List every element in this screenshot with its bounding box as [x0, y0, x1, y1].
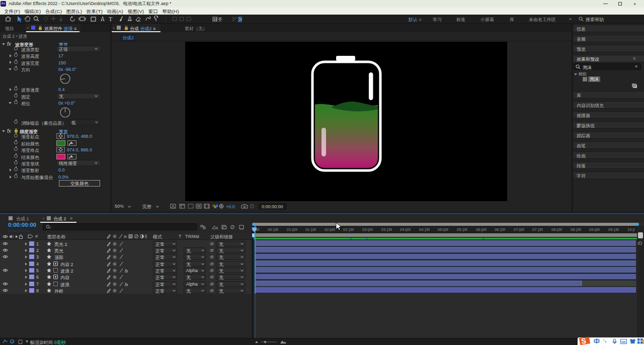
svg-text:fx: fx	[125, 282, 128, 287]
svg-text:S: S	[581, 336, 586, 345]
svg-text:T: T	[109, 16, 113, 23]
svg-text:+0.0: +0.0	[226, 204, 235, 209]
svg-text:fx: fx	[125, 268, 128, 273]
svg-text:fx: fx	[124, 234, 127, 239]
